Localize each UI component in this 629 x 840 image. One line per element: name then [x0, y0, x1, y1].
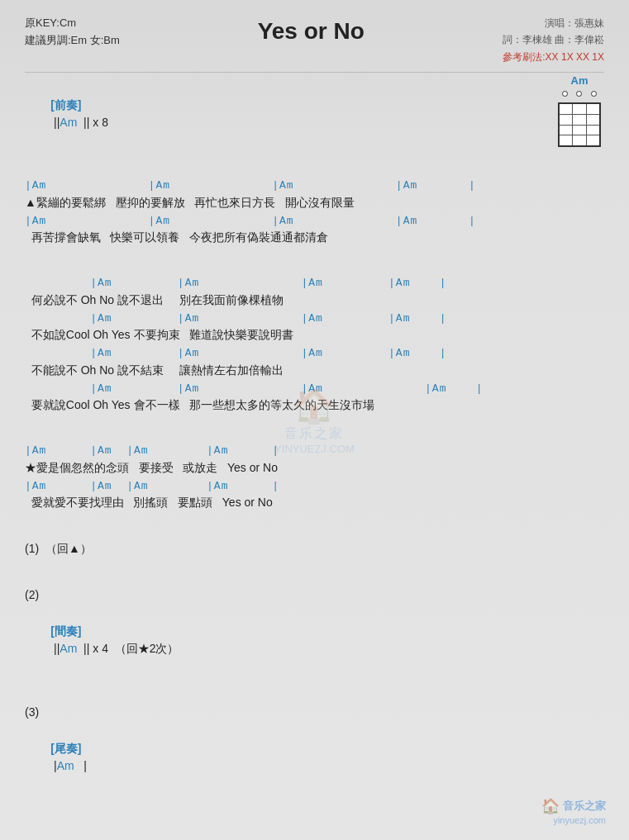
bottom-watermark: 🏠 音乐之家 yinyuezj.com [541, 797, 606, 825]
key-info: 原KEY:Cm [25, 15, 120, 32]
suggest-key: 建議男調:Em 女:Bm [25, 32, 120, 50]
outro-section: (3) [尾奏] |Am | [25, 704, 604, 792]
repeat1-section: (1) （回▲） [25, 540, 604, 558]
bridge-section: |Am |Am |Am |Am | ★愛是個忽然的念頭 要接受 或放走 Yes … [25, 443, 604, 511]
interlude-section: (2) [間奏] ||Am || x 4 （回★2次） [25, 586, 604, 675]
verse1-section: |Am |Am |Am |Am | ▲緊繃的要鬆綁 壓抑的要解放 再忙也來日方長… [25, 178, 604, 246]
verse1-lyric1: ▲緊繃的要鬆綁 壓抑的要解放 再忙也來日方長 開心沒有限量 [25, 194, 604, 211]
chorus-lyric2: 不如說Cool Oh Yes 不要拘束 難道說快樂要說明書 [25, 326, 604, 344]
chorus-chord3: |Am |Am |Am |Am | [25, 345, 604, 362]
chorus-section: |Am |Am |Am |Am | 何必說不 Oh No 說不退出 別在我面前像… [25, 275, 604, 414]
chorus-lyric4: 要就說Cool Oh Yes 會不一樣 那一些想太多的等太久的天生沒市場 [25, 396, 604, 414]
verse1-chord2: |Am |Am |Am |Am | [25, 213, 604, 230]
bottom-wm-url: yinyuezj.com [541, 815, 606, 825]
chorus-lyric3: 不能說不 Oh No 說不結束 讓熱情左右加倍輸出 [25, 362, 604, 379]
outro-chord: |Am | [50, 759, 87, 772]
chord-sheet: [前奏] ||Am || x 8 |Am |Am |Am |Am | ▲緊繃的要… [25, 79, 604, 792]
chorus-chord1: |Am |Am |Am |Am | [25, 275, 604, 292]
header-area: 原KEY:Cm 建議男調:Em 女:Bm Yes or No 演唱：張惠妹 詞：… [25, 15, 604, 65]
prelude-line: [前奏] ||Am || x 8 [25, 79, 604, 149]
chorus-lyric1: 何必說不 Oh No 說不退出 別在我面前像棵植物 [25, 292, 604, 309]
chorus-chord4: |Am |Am |Am |Am | [25, 381, 604, 397]
song-title: Yes or No [120, 15, 503, 45]
outro-line: [尾奏] |Am | [25, 723, 604, 792]
outro-num: (3) [25, 704, 604, 721]
verse1-lyric2: 再苦撐會缺氧 快樂可以領養 今夜把所有偽裝通通都清倉 [25, 229, 604, 246]
page: 原KEY:Cm 建議男調:Em 女:Bm Yes or No 演唱：張惠妹 詞：… [0, 0, 629, 840]
bottom-wm-text: 音乐之家 [563, 799, 606, 814]
prelude-label: [前奏] [50, 98, 81, 112]
header-left: 原KEY:Cm 建議男調:Em 女:Bm [25, 15, 120, 50]
interlude-num: (2) [25, 586, 604, 604]
singer: 演唱：張惠妹 [503, 15, 604, 31]
divider [25, 72, 604, 73]
bridge-lyric1: ★愛是個忽然的念頭 要接受 或放走 Yes or No [25, 459, 604, 477]
interlude-label: [間奏] [50, 624, 81, 638]
verse1-chord1: |Am |Am |Am |Am | [25, 178, 604, 194]
interlude-chord: ||Am || x 4 （回★2次） [50, 642, 179, 655]
prelude-section: [前奏] ||Am || x 8 [25, 79, 604, 149]
chorus-chord2: |Am |Am |Am |Am | [25, 311, 604, 327]
header-right: 演唱：張惠妹 詞：李棟雄 曲：李偉崧 參考刷法:XX 1X XX 1X [503, 15, 604, 65]
prelude-chord: ||Am || x 8 [50, 116, 108, 129]
bridge-chord2: |Am |Am |Am |Am | [25, 478, 604, 495]
outro-label: [尾奏] [50, 742, 81, 755]
repeat1-label: (1) （回▲） [25, 540, 604, 558]
reference: 參考刷法:XX 1X XX 1X [503, 49, 604, 65]
lyricist: 詞：李棟雄 曲：李偉崧 [503, 31, 604, 48]
interlude-line: [間奏] ||Am || x 4 （回★2次） [25, 605, 604, 675]
bottom-wm-icon: 🏠 [541, 797, 560, 815]
bridge-lyric2: 愛就愛不要找理由 別搖頭 要點頭 Yes or No [25, 494, 604, 511]
bridge-chord1: |Am |Am |Am |Am | [25, 443, 604, 459]
